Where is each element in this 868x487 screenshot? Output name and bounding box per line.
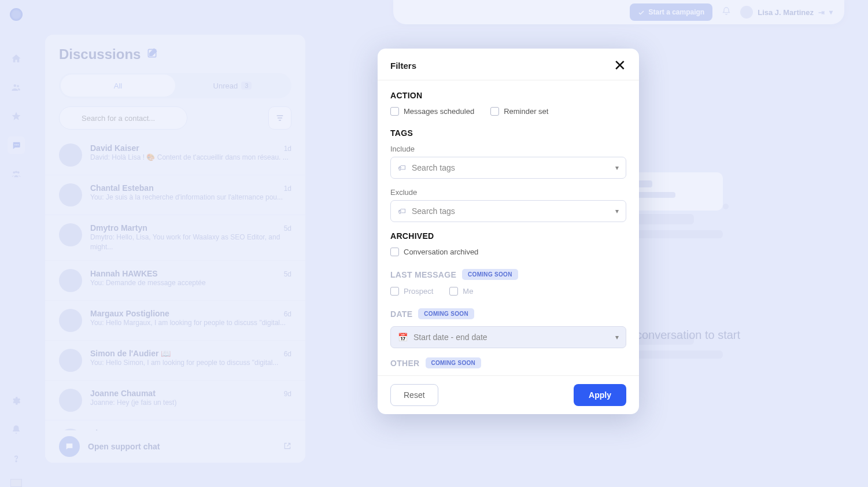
tag-icon: 🏷 — [398, 163, 406, 172]
coming-soon-badge: COMING SOON — [426, 357, 482, 368]
coming-soon-badge: COMING SOON — [418, 308, 474, 319]
archived-heading: ARCHIVED — [390, 231, 626, 241]
chevron-down-icon: ▾ — [615, 333, 619, 341]
close-icon[interactable]: ✕ — [614, 58, 626, 73]
date-heading: DATE — [390, 309, 412, 319]
chevron-down-icon: ▾ — [615, 164, 619, 172]
exclude-label: Exclude — [390, 188, 626, 197]
checkbox — [449, 287, 458, 296]
date-range-input: 📅 Start date - end date ▾ — [390, 326, 626, 348]
include-label: Include — [390, 145, 626, 153]
calendar-icon: 📅 — [398, 333, 408, 342]
tag-icon: 🏷 — [398, 206, 406, 216]
checkbox[interactable] — [490, 107, 499, 116]
checkbox — [390, 287, 399, 296]
include-tags-input[interactable]: 🏷 Search tags ▾ — [390, 157, 626, 179]
check-me: Me — [449, 287, 473, 296]
filters-modal: Filters ✕ ACTION Messages scheduled Remi… — [378, 49, 639, 414]
apply-button[interactable]: Apply — [574, 384, 626, 406]
checkbox[interactable] — [390, 107, 399, 116]
checkbox[interactable] — [390, 248, 399, 256]
action-heading: ACTION — [390, 91, 626, 100]
reset-button[interactable]: Reset — [390, 384, 438, 406]
modal-title: Filters — [390, 61, 416, 71]
check-messages-scheduled[interactable]: Messages scheduled — [390, 107, 474, 116]
exclude-tags-input[interactable]: 🏷 Search tags ▾ — [390, 200, 626, 222]
coming-soon-badge: COMING SOON — [462, 269, 518, 280]
tags-heading: TAGS — [390, 128, 626, 138]
other-heading: OTHER — [390, 359, 420, 368]
last-message-heading: LAST MESSAGE — [390, 270, 456, 279]
check-conversation-archived[interactable]: Conversation archived — [390, 248, 478, 256]
check-reminder-set[interactable]: Reminder set — [490, 107, 548, 116]
chevron-down-icon: ▾ — [615, 207, 619, 215]
check-prospect: Prospect — [390, 287, 433, 296]
